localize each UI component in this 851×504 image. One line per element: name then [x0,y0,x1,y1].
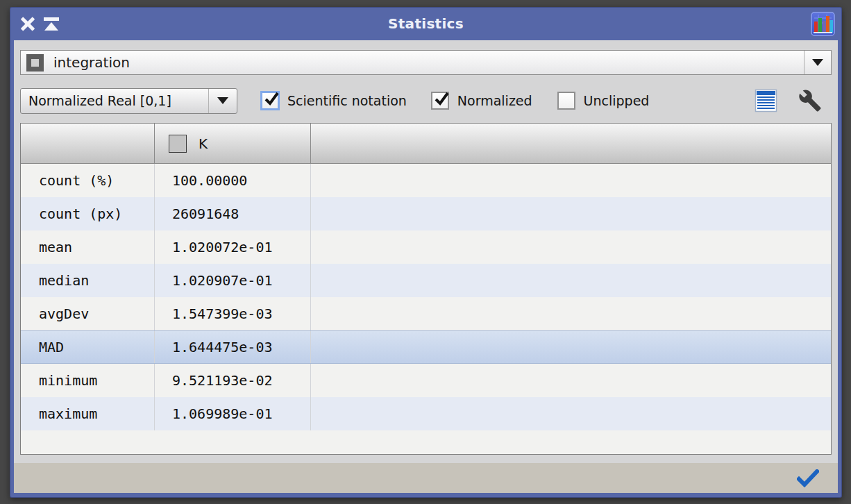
table-row[interactable]: minimum9.521193e-02 [21,364,831,397]
table-row[interactable]: MAD1.644475e-03 [21,330,831,364]
stat-empty-cell [311,230,831,264]
stat-label: count (px) [21,197,155,230]
stat-value: 1.069989e-01 [155,397,311,430]
stat-label: avgDev [21,297,155,330]
header-cell-empty[interactable] [21,124,155,163]
table-row[interactable]: maximum1.069989e-01 [21,397,831,430]
header-cell-channel[interactable]: K [155,124,311,163]
table-body: count (%)100.00000count (px)26091648mean… [21,164,831,430]
settings-wrench-icon[interactable] [797,88,823,114]
checkbox-label: Scientific notation [287,93,407,108]
checkbox-label: Unclipped [584,93,650,108]
channel-label: K [199,135,208,152]
action-bar [14,463,838,493]
scientific-notation-checkbox[interactable]: Scientific notation [261,92,407,110]
stat-label: maximum [21,397,155,430]
stat-label: minimum [21,364,155,397]
close-icon[interactable] [16,12,40,35]
stat-label: MAD [21,331,155,363]
stat-value: 1.644475e-03 [155,331,311,363]
checkbox-label: Normalized [457,93,532,108]
desktop: { "window": { "title": "Statistics" }, "… [0,0,851,504]
checkbox-box[interactable] [260,91,280,110]
window-title: Statistics [10,15,842,32]
stat-value: 26091648 [155,197,311,230]
chevron-down-icon[interactable] [804,51,831,74]
stat-value: 1.020072e-01 [155,230,311,264]
mode-dropdown[interactable]: Normalized Real [0,1] [20,88,237,114]
histogram-app-icon [811,12,835,36]
table-row[interactable]: avgDev1.547399e-03 [21,297,831,330]
checkbox-box[interactable] [431,92,449,110]
table-row[interactable]: median1.020907e-01 [21,264,831,297]
content: integration Normalized Real [0,1] Scient… [14,40,838,463]
apply-checkmark-icon[interactable] [796,468,820,489]
table-row[interactable]: mean1.020072e-01 [21,230,831,264]
stat-empty-cell [311,164,831,197]
stat-value: 1.020907e-01 [155,264,311,297]
stat-label: mean [21,230,155,264]
titlebar: Statistics [10,7,842,40]
stat-label: count (%) [21,164,155,197]
stat-value: 100.00000 [155,164,311,197]
table-header: K [21,124,831,164]
image-selector-dropdown[interactable]: integration [20,50,832,75]
stat-label: median [21,264,155,297]
chevron-down-icon[interactable] [208,89,237,113]
checkbox-box[interactable] [557,92,575,110]
unclipped-checkbox[interactable]: Unclipped [557,92,650,110]
channel-color-swatch [169,135,187,153]
stat-empty-cell [311,297,831,330]
stat-empty-cell [311,197,831,230]
table-row[interactable]: count (%)100.00000 [21,164,831,197]
table-row[interactable]: count (px)26091648 [21,197,831,230]
controls-row: Normalized Real [0,1] Scientific notatio… [20,87,832,114]
table-filler [21,430,831,454]
stat-empty-cell [311,397,831,430]
stat-empty-cell [311,331,831,363]
stat-value: 9.521193e-02 [155,364,311,397]
normalized-checkbox[interactable]: Normalized [431,92,532,110]
stat-empty-cell [311,364,831,397]
statistics-window: Statistics [10,7,842,498]
stat-value: 1.547399e-03 [155,297,311,330]
layer-swatch-icon [26,54,44,72]
shade-window-icon[interactable] [40,12,63,35]
statistics-table: K count (%)100.00000count (px)26091648me… [20,123,832,455]
window-body: integration Normalized Real [0,1] Scient… [14,40,838,493]
header-cell-empty[interactable] [311,124,831,163]
mode-dropdown-value: Normalized Real [0,1] [21,93,171,108]
list-view-icon[interactable] [752,88,779,114]
stat-empty-cell [311,264,831,297]
image-selector-value: integration [53,54,130,71]
